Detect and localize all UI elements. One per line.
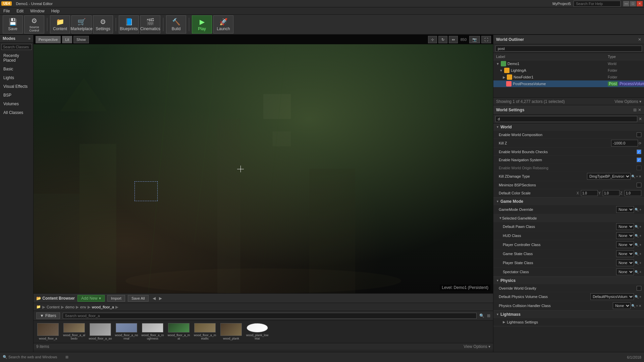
menu-help[interactable]: Help <box>48 8 63 14</box>
hc-add-icon[interactable]: + <box>639 234 641 238</box>
color-scale-z-input[interactable] <box>625 190 641 196</box>
list-item[interactable]: wood_floor_a <box>36 323 60 340</box>
default-physics-select[interactable]: DefaultPhysicsVolume <box>590 293 634 300</box>
outliner-item-newfolder1[interactable]: ▶ NewFolder1 Folder <box>493 74 644 80</box>
lightmass-section-header[interactable]: ▼ Lightmass <box>493 311 644 318</box>
spectator-select[interactable]: None <box>616 268 634 275</box>
cb-view-options[interactable]: View Options ▾ <box>464 344 490 349</box>
pch-remove-icon[interactable]: ✕ <box>639 304 641 308</box>
menu-window[interactable]: Window <box>27 8 48 14</box>
maximize-button[interactable]: □ <box>630 1 636 6</box>
ps-search-icon[interactable]: 🔍 <box>635 261 639 265</box>
cb-path-env[interactable]: env <box>80 305 86 309</box>
cb-path-woodfloor[interactable]: wood_floor_a <box>92 305 114 309</box>
vp-btn-translate[interactable]: ⊹ <box>428 36 437 43</box>
list-item[interactable]: wood_floor_a_ao <box>89 323 112 340</box>
settings-button[interactable]: ⚙Settings <box>93 15 113 34</box>
sp-add-icon[interactable]: + <box>639 270 641 274</box>
play-button[interactable]: ▶Play <box>192 15 212 34</box>
kill-zdamage-add-icon[interactable]: + <box>636 175 638 178</box>
list-item[interactable]: wood_floor_a_albedo <box>62 323 86 340</box>
gs-add-icon[interactable]: + <box>639 252 641 256</box>
kill-z-reset-icon[interactable]: ⟳ <box>639 141 641 145</box>
world-bounds-checkbox[interactable] <box>637 149 641 154</box>
menu-file[interactable]: File <box>0 8 13 14</box>
kill-zdamage-search-icon[interactable]: 🔍 <box>631 175 635 178</box>
dp-add-icon[interactable]: + <box>639 225 641 229</box>
physics-collision-select[interactable]: None <box>613 302 631 309</box>
cb-nav-back[interactable]: ◀ <box>153 296 156 301</box>
modes-expand-icon[interactable]: » <box>28 36 31 41</box>
mode-recently-placed[interactable]: Recently Placed <box>0 51 33 65</box>
filters-button[interactable]: ▼ Filters <box>36 312 60 319</box>
pc-add-icon[interactable]: + <box>639 243 641 247</box>
color-scale-y-input[interactable] <box>603 190 620 196</box>
game-state-select[interactable]: None <box>616 250 634 257</box>
cb-path-root[interactable]: 📁 <box>36 305 41 309</box>
add-new-button[interactable]: Add New ▾ <box>77 295 105 302</box>
gmo-search-icon[interactable]: 🔍 <box>635 208 639 212</box>
close-button[interactable]: ✕ <box>637 1 643 6</box>
outliner-item-postprocess[interactable]: PostProcessVolume Post ProcessVolume Pro… <box>493 80 644 87</box>
cb-view-icon[interactable]: ⊞ <box>487 313 490 318</box>
default-pawn-select[interactable]: None <box>616 223 634 230</box>
kill-z-input[interactable] <box>611 140 638 146</box>
origin-rebasing-checkbox[interactable] <box>637 166 641 170</box>
pc-search-icon[interactable]: 🔍 <box>635 243 639 247</box>
list-item[interactable]: wood_floor_a_mat <box>167 323 191 340</box>
kill-zdamage-remove-icon[interactable]: ✕ <box>639 175 641 178</box>
player-state-select[interactable]: None <box>616 259 634 266</box>
mode-basic[interactable]: Basic <box>0 65 33 73</box>
build-button[interactable]: 🔨Build <box>166 15 186 34</box>
ps-add-icon[interactable]: + <box>639 261 641 265</box>
kill-zdamage-select[interactable]: DmgTypeBP_Environmental <box>587 173 631 180</box>
cb-nav-forward[interactable]: ▶ <box>159 296 162 301</box>
hc-search-icon[interactable]: 🔍 <box>635 234 639 238</box>
world-section-header[interactable]: ▼ World <box>493 123 644 131</box>
lit-button[interactable]: Lit <box>62 36 72 43</box>
content-button[interactable]: 📁Content <box>50 15 70 34</box>
help-search[interactable] <box>574 1 621 7</box>
launch-button[interactable]: 🚀Launch <box>213 15 233 34</box>
ws-search-input[interactable] <box>495 116 637 122</box>
list-item[interactable]: wood_floor_a_roughness <box>141 323 164 340</box>
perspective-button[interactable]: Perspective <box>36 36 61 43</box>
cb-path-content[interactable]: Content <box>47 305 60 309</box>
gs-search-icon[interactable]: 🔍 <box>635 252 639 256</box>
blueprints-button[interactable]: 📘Blueprints <box>119 15 139 34</box>
mode-all-classes[interactable]: All Classes <box>0 108 33 117</box>
list-item[interactable]: wood_plank_lowMat <box>246 323 269 340</box>
vp-btn-rotate[interactable]: ↻ <box>438 36 447 43</box>
list-item[interactable]: wood_plank <box>219 323 243 340</box>
outliner-item-lightinga[interactable]: ▼ LightingA Folder <box>493 67 644 74</box>
vp-btn-scale[interactable]: ⇔ <box>449 36 458 43</box>
marketplace-button[interactable]: 🛒Marketplace <box>71 15 92 34</box>
modes-search-input[interactable] <box>1 44 32 50</box>
pch-search-icon[interactable]: 🔍 <box>631 304 635 308</box>
cb-search-input[interactable] <box>63 313 477 319</box>
minimize-bsp-checkbox[interactable] <box>637 183 641 187</box>
source-control-button[interactable]: ⚙Source Control <box>24 15 44 34</box>
hud-class-select[interactable]: None <box>616 232 634 239</box>
minimize-button[interactable]: — <box>623 1 629 6</box>
mode-lights[interactable]: Lights <box>0 73 33 82</box>
vp-camera-btn[interactable]: 📷 <box>469 36 480 43</box>
ws-clear-icon[interactable]: ✕ <box>639 117 642 121</box>
cinematics-button[interactable]: 🎬Cinematics <box>140 15 160 34</box>
viewport[interactable]: Perspective Lit Show ⊹ ↻ ⇔ 850 📷 ⛶ <box>34 35 493 293</box>
list-item[interactable]: wood_floor_a_normal <box>115 323 138 340</box>
save-all-button[interactable]: Save All <box>128 295 149 302</box>
cb-search-icon[interactable]: 🔍 <box>479 313 484 318</box>
show-button[interactable]: Show <box>73 36 89 43</box>
override-gravity-checkbox[interactable] <box>637 286 641 291</box>
gamemode-override-select[interactable]: None <box>616 206 634 213</box>
navigation-system-checkbox[interactable] <box>637 158 641 162</box>
physics-section-header[interactable]: ▼ Physics <box>493 277 644 284</box>
sp-search-icon[interactable]: 🔍 <box>635 270 639 274</box>
save-button[interactable]: 💾Save <box>3 15 23 34</box>
ws-grid-icon[interactable]: ⊞ <box>633 108 637 112</box>
enable-world-composition-checkbox[interactable] <box>637 132 641 137</box>
game-mode-section-header[interactable]: ▼ Game Mode <box>493 198 644 205</box>
mode-volumes[interactable]: Volumes <box>0 100 33 108</box>
vp-maximize-btn[interactable]: ⛶ <box>481 36 491 43</box>
